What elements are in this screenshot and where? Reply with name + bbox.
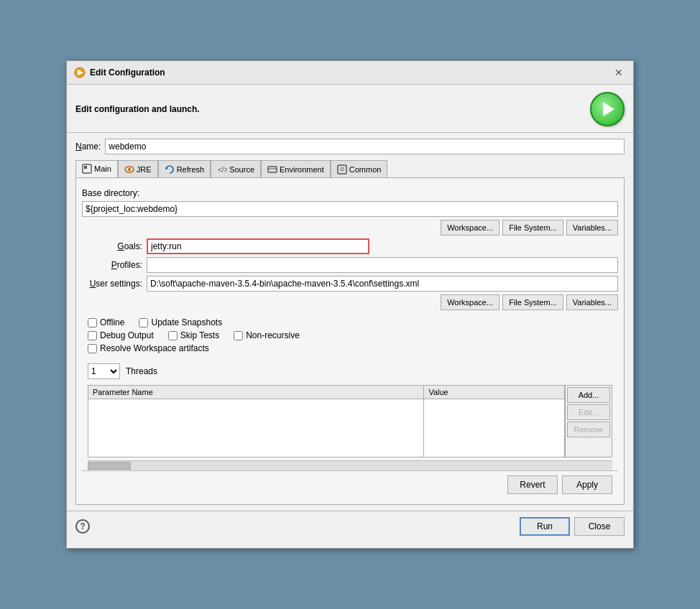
goals-row: Goals:: [82, 238, 618, 254]
revert-button[interactable]: Revert: [507, 475, 558, 494]
scrollable-content[interactable]: Base directory: Workspace... File System…: [82, 184, 618, 470]
tab-environment[interactable]: Environment: [261, 160, 331, 177]
user-settings-btn-row: Workspace... File System... Variables...: [82, 294, 618, 310]
dialog-bottom: ? Run Close: [67, 511, 633, 541]
main-panel: Base directory: Workspace... File System…: [75, 177, 625, 505]
threads-select[interactable]: 1 2 4: [88, 363, 120, 379]
tab-common[interactable]: Common: [331, 160, 388, 177]
param-value-col-header: Value: [424, 386, 565, 399]
param-value-cell: [424, 399, 565, 457]
tab-refresh-label: Refresh: [177, 165, 205, 174]
help-icon[interactable]: ?: [75, 519, 90, 534]
common-tab-icon: [337, 164, 347, 175]
offline-checkbox-label[interactable]: Offline: [88, 317, 124, 327]
resolve-workspace-checkbox-label[interactable]: Resolve Workspace artifacts: [88, 343, 209, 353]
debug-output-checkbox[interactable]: [88, 331, 97, 340]
goals-input[interactable]: [147, 238, 369, 254]
resolve-workspace-checkbox[interactable]: [88, 344, 97, 353]
edit-button[interactable]: Edit...: [567, 404, 610, 420]
base-directory-input[interactable]: [82, 201, 618, 217]
non-recursive-checkbox-label[interactable]: Non-recursive: [234, 330, 300, 340]
tab-common-label: Common: [349, 165, 382, 174]
threads-label: Threads: [126, 366, 157, 376]
param-name-cell: [88, 399, 424, 457]
base-directory-label: Base directory:: [82, 188, 618, 198]
horizontal-scrollbar[interactable]: [88, 460, 612, 470]
scrollbar-thumb: [88, 462, 131, 470]
checkbox-row-3: Resolve Workspace artifacts: [88, 343, 612, 353]
tab-refresh[interactable]: Refresh: [158, 160, 211, 177]
workspace2-button[interactable]: Workspace...: [441, 294, 499, 310]
close-icon[interactable]: ✕: [612, 67, 626, 78]
checkbox-row-1: Offline Update Snapshots: [88, 317, 612, 327]
checkboxes-area: Offline Update Snapshots Debug Output: [82, 313, 618, 361]
title-bar: Edit Configuration ✕: [67, 61, 633, 85]
debug-output-label: Debug Output: [100, 330, 154, 340]
title-bar-left: Edit Configuration: [74, 67, 165, 78]
run-button-circle[interactable]: [590, 92, 625, 126]
tab-environment-label: Environment: [280, 165, 324, 174]
run-button[interactable]: Run: [520, 517, 570, 536]
param-name-col-header: Parameter Name: [88, 386, 424, 399]
variables2-button[interactable]: Variables...: [566, 294, 618, 310]
non-recursive-label: Non-recursive: [246, 330, 300, 340]
edit-configuration-dialog: Edit Configuration ✕ Edit configuration …: [66, 60, 634, 549]
profiles-label: Profiles:: [82, 260, 147, 270]
tab-jre-label: JRE: [137, 165, 152, 174]
main-tab-icon: [82, 164, 92, 174]
params-table-container: Parameter Name Value Add...: [88, 385, 612, 457]
dialog-title: Edit Configuration: [90, 68, 165, 78]
file-system1-button[interactable]: File System...: [502, 220, 563, 236]
user-settings-label: User settings:: [82, 279, 147, 289]
profiles-input[interactable]: [147, 257, 618, 273]
user-settings-row: User settings:: [82, 276, 618, 292]
skip-tests-checkbox-label[interactable]: Skip Tests: [168, 330, 219, 340]
table-buttons: Add... Edit... Remove: [565, 386, 612, 457]
dialog-subtitle: Edit configuration and launch.: [75, 104, 200, 114]
tab-source[interactable]: </> Source: [211, 160, 261, 177]
threads-row: 1 2 4 Threads: [82, 361, 618, 382]
skip-tests-checkbox[interactable]: [168, 331, 178, 340]
name-label: Name:: [75, 141, 101, 152]
name-row: Name:: [75, 139, 625, 154]
offline-label: Offline: [100, 317, 124, 327]
resolve-workspace-label: Resolve Workspace artifacts: [100, 343, 209, 353]
tab-source-label: Source: [229, 165, 254, 174]
svg-text:</>: </>: [218, 166, 227, 174]
add-button[interactable]: Add...: [567, 387, 610, 403]
environment-tab-icon: [267, 164, 277, 175]
skip-tests-label: Skip Tests: [180, 330, 219, 340]
params-table: Parameter Name Value: [88, 386, 565, 457]
debug-output-checkbox-label[interactable]: Debug Output: [88, 330, 154, 340]
jre-tab-icon: [124, 164, 134, 175]
update-snapshots-checkbox[interactable]: [139, 318, 148, 327]
refresh-tab-icon: [165, 164, 175, 175]
user-settings-input[interactable]: [147, 276, 618, 292]
bottom-action-buttons: Run Close: [520, 517, 625, 536]
svg-rect-3: [84, 166, 87, 169]
offline-checkbox[interactable]: [88, 318, 97, 327]
tab-bar: Main JRE Refresh </> Source: [75, 160, 625, 177]
goals-label: Goals:: [82, 241, 147, 251]
revert-apply-row: Revert Apply: [82, 470, 618, 498]
update-snapshots-checkbox-label[interactable]: Update Snapshots: [139, 317, 222, 327]
svg-rect-8: [268, 167, 277, 172]
close-button[interactable]: Close: [574, 517, 625, 536]
non-recursive-checkbox[interactable]: [234, 331, 243, 340]
variables1-button[interactable]: Variables...: [566, 220, 618, 236]
tab-main-label: Main: [94, 164, 111, 173]
tab-main[interactable]: Main: [75, 160, 118, 177]
update-snapshots-label: Update Snapshots: [151, 317, 222, 327]
file-system2-button[interactable]: File System...: [502, 294, 563, 310]
base-directory-btn-row: Workspace... File System... Variables...: [82, 220, 618, 236]
content-area: Name: Main JRE Refresh: [67, 133, 633, 511]
dialog-icon: [74, 67, 86, 78]
workspace1-button[interactable]: Workspace...: [441, 220, 499, 236]
checkbox-row-2: Debug Output Skip Tests Non-recursive: [88, 330, 612, 340]
profiles-row: Profiles:: [82, 257, 618, 273]
svg-rect-10: [338, 165, 346, 174]
apply-button[interactable]: Apply: [562, 475, 612, 494]
tab-jre[interactable]: JRE: [118, 160, 158, 177]
name-input[interactable]: [105, 139, 625, 154]
remove-button[interactable]: Remove: [567, 422, 610, 437]
